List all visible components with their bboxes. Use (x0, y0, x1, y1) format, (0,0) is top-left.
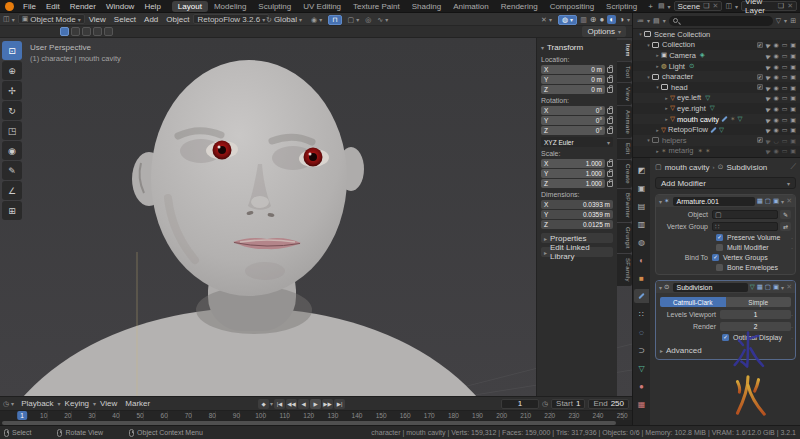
tab-scene-icon[interactable]: ◍ (634, 235, 649, 249)
disable-render-icon[interactable]: ▣ (790, 41, 796, 48)
workspace-tab-layout[interactable]: Layout (172, 1, 208, 12)
disclosure-icon[interactable]: ▸ (654, 127, 661, 133)
lock-icon[interactable] (607, 67, 613, 73)
disclosure-icon[interactable]: ▾ (654, 84, 661, 90)
outliner-editor-chevron[interactable]: ▾ (647, 17, 650, 24)
rotation-z-field[interactable]: Z0° (541, 126, 605, 135)
transform-tool[interactable]: ◉ (2, 141, 22, 160)
workspace-tab-sculpting[interactable]: Sculpting (252, 1, 297, 12)
filter-chevron[interactable]: ▾ (784, 17, 787, 24)
menu-marker[interactable]: Marker (121, 399, 154, 408)
hide-eye-icon[interactable]: ◡ (773, 137, 778, 144)
location-z-field[interactable]: Z0 m (541, 85, 605, 94)
select-mode-invert-button[interactable] (93, 27, 102, 36)
outliner-row-retopoflow[interactable]: ▸▽RetopoFlow▽ ▶◉▭▣ (633, 124, 800, 135)
selectable-icon[interactable]: ▶ (765, 115, 772, 123)
hide-eye-icon[interactable]: ◉ (773, 147, 778, 154)
show-gizmos-dropdown[interactable]: ✕▾ (538, 16, 555, 24)
prev-keyframe-button[interactable]: ◀◀ (286, 399, 297, 409)
catmull-clark-button[interactable]: Catmull-Clark (660, 297, 726, 307)
simple-button[interactable]: Simple (726, 297, 792, 307)
multi-modifier-checkbox[interactable] (716, 244, 723, 251)
outliner-row-character[interactable]: ▾character ✓▶◉▭▣ (633, 71, 800, 82)
select-box-tool[interactable]: ⊡ (2, 41, 22, 60)
exclude-checkbox[interactable]: ✓ (757, 84, 763, 90)
disable-viewport-icon[interactable]: ▭ (782, 126, 788, 133)
disclosure-icon[interactable]: ▸ (654, 63, 661, 69)
hide-eye-icon[interactable]: ◉ (773, 63, 778, 70)
dimensions-x-field[interactable]: X0.0393 m (541, 200, 613, 209)
exclude-checkbox[interactable]: ✓ (757, 137, 763, 143)
selectable-icon[interactable]: ▶ (765, 126, 772, 134)
tab-viewlayer-icon[interactable]: ▥ (634, 217, 649, 231)
tab-output-icon[interactable]: ▤ (634, 199, 649, 213)
disclosure-icon[interactable]: ▾ (637, 31, 644, 37)
scale-z-field[interactable]: Z1.000 (541, 179, 605, 188)
workspace-tab-rendering[interactable]: Rendering (495, 1, 544, 12)
armature-object-field[interactable]: ▢ (712, 210, 778, 219)
outliner-row-camera[interactable]: ▸▣Camera◈ ▶◉▭▣ (633, 50, 800, 61)
menu-edit[interactable]: Edit (41, 2, 65, 11)
animate-dot[interactable]: · (791, 235, 793, 241)
menu-window[interactable]: Window (101, 2, 139, 11)
disclosure-icon[interactable]: ▾ (645, 137, 652, 143)
outliner-search-input[interactable] (669, 16, 773, 26)
add-modifier-dropdown[interactable]: Add Modifier ▾ (655, 177, 796, 189)
bone-envelopes-checkbox[interactable] (716, 264, 723, 271)
timeline-ruler[interactable]: 1 10203040506070809010011012013014015016… (0, 410, 632, 420)
remove-viewlayer-icon[interactable]: ✕ (787, 2, 793, 10)
display-mode-chevron[interactable]: ▾ (663, 17, 666, 24)
breadcrumb-modifier[interactable]: Subdivision (726, 163, 767, 172)
workspace-tab-modeling[interactable]: Modeling (208, 1, 252, 12)
disable-render-icon[interactable]: ▣ (790, 137, 796, 144)
outliner-row-collection[interactable]: ▾Collection ✓▶◉▭▣ (633, 40, 800, 51)
workspace-tab-animation[interactable]: Animation (447, 1, 495, 12)
hide-eye-icon[interactable]: ◉ (773, 73, 778, 80)
realtime-toggle[interactable]: ▢ (765, 283, 771, 291)
workspace-tab-shading[interactable]: Shading (406, 1, 447, 12)
select-mode-extend-button[interactable] (71, 27, 80, 36)
selectable-icon[interactable]: ▶ (765, 62, 772, 70)
browse-viewlayer-icon[interactable]: ◫ (725, 2, 732, 10)
edit-mode-toggle[interactable]: ▦ (757, 197, 763, 205)
optimal-display-checkbox[interactable]: ✓ (722, 334, 729, 341)
disable-render-icon[interactable]: ▣ (790, 105, 796, 112)
options-button[interactable]: Options▾ (582, 26, 626, 37)
extras-chevron[interactable]: ▾ (781, 284, 784, 291)
collapse-chevron[interactable]: ▾ (659, 198, 662, 205)
tab-physics-icon[interactable]: ◌ (634, 325, 649, 339)
render-levels-field[interactable]: 2 (720, 322, 791, 331)
play-reverse-button[interactable]: ◀ (298, 399, 309, 409)
tab-edit[interactable]: Edit (617, 139, 632, 159)
disable-render-icon[interactable]: ▣ (790, 147, 796, 154)
viewlayer-name-field[interactable]: View Layer❏✕ (741, 1, 797, 11)
disclosure-icon[interactable]: ▸ (654, 52, 661, 58)
playhead-badge[interactable]: 1 (17, 411, 27, 420)
tab-view[interactable]: View (617, 83, 632, 105)
tab-texture-icon[interactable]: ▦ (634, 397, 649, 411)
render-toggle[interactable]: ▣ (773, 283, 779, 291)
exclude-checkbox[interactable]: ✓ (757, 74, 763, 80)
tab-material-icon[interactable]: ● (634, 379, 649, 393)
edit-mode-toggle[interactable]: ▦ (757, 283, 763, 291)
browse-viewlayer-chevron[interactable]: ▾ (735, 3, 738, 10)
disable-render-icon[interactable]: ▣ (790, 84, 796, 91)
menu-object[interactable]: Object (162, 15, 193, 24)
unlink-scene-icon[interactable]: ✕ (713, 2, 719, 10)
properties-panel-collapsed[interactable]: ▸Properties (541, 233, 613, 243)
snap-settings-dropdown[interactable]: ▢▾ (345, 16, 363, 24)
tab-world-icon[interactable]: ◐ (634, 253, 649, 267)
location-y-field[interactable]: Y0 m (541, 75, 605, 84)
outliner-display-mode-icon[interactable]: ▤ (653, 17, 660, 25)
tab-tool-icon[interactable]: ◩ (634, 163, 649, 177)
tab-item[interactable]: Item (617, 40, 632, 61)
snap-toggle[interactable]: ⊓ (328, 15, 341, 25)
breadcrumb-object[interactable]: mouth cavity (665, 163, 710, 172)
disable-render-icon[interactable]: ▣ (790, 63, 796, 70)
animate-dot[interactable]: · (791, 324, 793, 330)
disable-viewport-icon[interactable]: ▭ (782, 52, 788, 59)
hide-eye-icon[interactable]: ◉ (773, 126, 778, 133)
animate-dot[interactable]: · (791, 335, 793, 341)
tab-object-icon[interactable]: ■ (634, 271, 649, 285)
new-scene-icon[interactable]: ❏ (703, 2, 709, 10)
